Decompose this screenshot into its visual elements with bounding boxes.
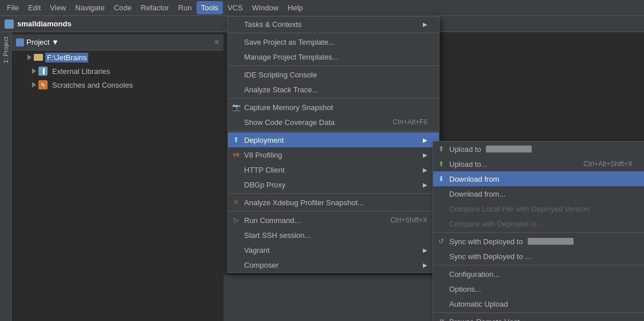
menu-item-sync-deployed-dots[interactable]: Sync with Deployed to ... bbox=[433, 249, 644, 264]
menu-item-upload-to-bar[interactable]: ⬆ Upload to bbox=[433, 142, 644, 156]
ssh-label: Start SSH session... bbox=[244, 231, 311, 240]
menu-item-browse-remote[interactable]: 🖥 Browse Remote Host bbox=[433, 314, 644, 321]
vagrant-label: Vagrant bbox=[244, 246, 270, 255]
configuration-label: Configuration... bbox=[449, 270, 500, 279]
sep-1 bbox=[228, 33, 439, 33]
http-client-arrow: ▶ bbox=[423, 167, 427, 173]
menu-item-download-from-dots[interactable]: Download from... bbox=[433, 186, 644, 201]
tools-menu-popup[interactable]: Tasks & Contexts ▶ Save Project as Templ… bbox=[227, 16, 439, 273]
tree-item-scratches[interactable]: ✎ Scratches and Consoles bbox=[11, 78, 223, 92]
scratches-expand-triangle bbox=[32, 82, 36, 88]
menu-window[interactable]: Window bbox=[248, 1, 283, 14]
menu-item-dbgp[interactable]: DBGp Proxy ▶ bbox=[228, 177, 439, 192]
browse-remote-label: Browse Remote Host bbox=[449, 318, 520, 322]
vertical-tab[interactable]: 1: Project bbox=[0, 32, 11, 321]
menu-tools[interactable]: Tools bbox=[197, 1, 223, 14]
deployment-arrow: ▶ bbox=[423, 137, 427, 143]
analyze-xdebug-label: Analyze Xdebug Profiler Snapshot... bbox=[244, 198, 364, 207]
tree-item-libraries[interactable]: ▐ External Libraries bbox=[11, 64, 223, 78]
ide-scripting-label: IDE Scripting Console bbox=[244, 71, 317, 79]
sync-deployed-bar bbox=[528, 238, 574, 245]
download-from-label: Download from bbox=[449, 175, 499, 183]
menu-item-options[interactable]: Options... bbox=[433, 281, 644, 296]
sep-4 bbox=[228, 131, 439, 131]
deployment-menu-popup[interactable]: ⬆ Upload to ⬆ Upload to... Ctrl+Alt+Shif… bbox=[433, 141, 644, 321]
menu-item-automatic-upload[interactable]: Automatic Upload bbox=[433, 296, 644, 311]
tasks-arrow: ▶ bbox=[423, 21, 427, 28]
menu-edit[interactable]: Edit bbox=[23, 1, 45, 14]
menu-item-tasks[interactable]: Tasks & Contexts ▶ bbox=[228, 17, 439, 32]
menu-item-manage-templates[interactable]: Manage Project Templates... bbox=[228, 49, 439, 64]
menu-vcs[interactable]: VCS bbox=[223, 1, 248, 14]
tree-item-folder[interactable]: F:\JetBrains bbox=[11, 50, 223, 64]
menu-refactor[interactable]: Refactor bbox=[136, 1, 174, 14]
sync-icon: ↺ bbox=[437, 237, 446, 246]
dep-sep-3 bbox=[433, 312, 644, 313]
v8-label: V8 Profiling bbox=[244, 151, 282, 159]
lib-icon: ▐ bbox=[38, 66, 48, 76]
menu-navigate[interactable]: Navigate bbox=[70, 1, 109, 14]
tree-panel: Project ▼ ≡ F:\JetBrains ▐ External Libr… bbox=[11, 32, 223, 321]
composer-label: Composer bbox=[244, 261, 278, 269]
menubar: File Edit View Navigate Code Refactor Ru… bbox=[0, 0, 644, 16]
dbgp-arrow: ▶ bbox=[423, 182, 427, 188]
menu-item-http-client[interactable]: HTTP Client ▶ bbox=[228, 162, 439, 177]
run-command-shortcut: Ctrl+Shift+X bbox=[373, 216, 427, 224]
menu-item-ssh[interactable]: Start SSH session... bbox=[228, 228, 439, 242]
download-from-dots-label: Download from... bbox=[449, 190, 505, 198]
tree-header: Project ▼ ≡ bbox=[11, 34, 223, 50]
camera-icon: 📷 bbox=[231, 103, 241, 112]
menu-item-vagrant[interactable]: Vagrant ▶ bbox=[228, 242, 439, 257]
options-label: Options... bbox=[449, 285, 481, 293]
menu-item-save-template[interactable]: Save Project as Template... bbox=[228, 34, 439, 49]
menu-item-v8-profiling[interactable]: V8 V8 Profiling ▶ bbox=[228, 147, 439, 162]
menu-view[interactable]: View bbox=[45, 1, 70, 14]
project-tab-label[interactable]: Project ▼ bbox=[26, 38, 59, 46]
menu-code[interactable]: Code bbox=[109, 1, 136, 14]
code-coverage-shortcut: Ctrl+Alt+F6 bbox=[375, 118, 427, 126]
menu-item-code-coverage[interactable]: Show Code Coverage Data Ctrl+Alt+F6 bbox=[228, 115, 439, 130]
lib-label: External Libraries bbox=[52, 67, 110, 76]
sep-6 bbox=[228, 211, 439, 212]
run-command-icon: ▷ bbox=[231, 216, 241, 225]
menu-item-configuration[interactable]: Configuration... bbox=[433, 267, 644, 281]
tasks-label: Tasks & Contexts bbox=[244, 20, 301, 29]
folder-label: F:\JetBrains bbox=[45, 53, 88, 62]
composer-arrow: ▶ bbox=[423, 262, 427, 268]
project-icon bbox=[5, 19, 14, 29]
dep-sep-2 bbox=[433, 265, 644, 265]
menu-item-download-from[interactable]: ⬇ Download from bbox=[433, 171, 644, 186]
menu-run[interactable]: Run bbox=[174, 1, 197, 14]
analyze-stack-label: Analyze Stack Trace... bbox=[244, 85, 318, 94]
compare-local-label: Compare Local File with Deployed Version bbox=[449, 205, 590, 213]
sync-deployed-label: Sync with Deployed to bbox=[449, 237, 523, 246]
menu-item-analyze-stack[interactable]: Analyze Stack Trace... bbox=[228, 82, 439, 97]
download-icon: ⬇ bbox=[437, 174, 446, 183]
menu-item-sync-deployed-bar[interactable]: ↺ Sync with Deployed to bbox=[433, 234, 644, 249]
menu-item-ide-scripting[interactable]: IDE Scripting Console bbox=[228, 67, 439, 82]
menu-item-composer[interactable]: Composer ▶ bbox=[228, 257, 439, 272]
menu-file[interactable]: File bbox=[2, 1, 23, 14]
capture-memory-label: Capture Memory Snapshot bbox=[244, 103, 333, 112]
vertical-tab-label: 1: Project bbox=[2, 37, 9, 63]
project-name: smalldiamonds bbox=[17, 19, 72, 28]
tree-header-right: ≡ bbox=[214, 38, 219, 46]
save-template-label: Save Project as Template... bbox=[244, 38, 335, 46]
menu-item-deployment[interactable]: ⬆ Deployment ▶ bbox=[228, 132, 439, 147]
upload2-icon: ⬆ bbox=[437, 159, 446, 169]
menu-item-run-command[interactable]: ▷ Run Command... Ctrl+Shift+X bbox=[228, 213, 439, 228]
upload-to-shortcut: Ctrl+Alt+Shift+X bbox=[566, 160, 633, 168]
menu-help[interactable]: Help bbox=[283, 1, 308, 14]
sync-deployed-dots-label: Sync with Deployed to ... bbox=[449, 252, 531, 261]
menu-item-analyze-xdebug[interactable]: ✕ Analyze Xdebug Profiler Snapshot... bbox=[228, 195, 439, 210]
run-command-label: Run Command... bbox=[244, 216, 300, 225]
menu-item-capture-memory[interactable]: 📷 Capture Memory Snapshot bbox=[228, 100, 439, 115]
sep-5 bbox=[228, 193, 439, 194]
dbgp-label: DBGp Proxy bbox=[244, 181, 285, 189]
menu-item-upload-to-dots[interactable]: ⬆ Upload to... Ctrl+Alt+Shift+X bbox=[433, 156, 644, 171]
scratches-icon: ✎ bbox=[38, 80, 48, 89]
scratches-label: Scratches and Consoles bbox=[52, 81, 133, 89]
deployment-icon: ⬆ bbox=[231, 135, 241, 144]
menu-item-compare-deployed: Compare with Deployed to ... bbox=[433, 216, 644, 231]
compare-deployed-label: Compare with Deployed to ... bbox=[449, 220, 545, 228]
